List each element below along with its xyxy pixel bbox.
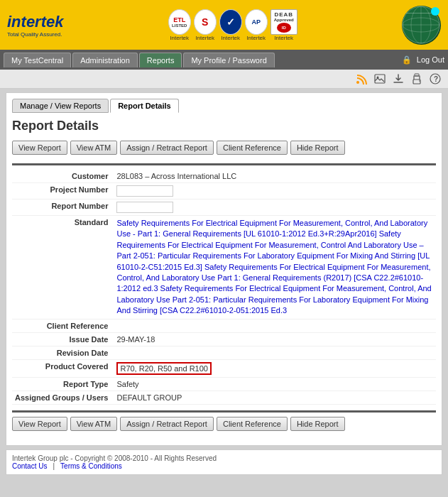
contact-us-link[interactable]: Contact Us xyxy=(12,462,47,470)
svg-point-11 xyxy=(419,80,420,82)
revision-date-value xyxy=(114,346,436,359)
report-details-form: Customer 28L083 – Across International L… xyxy=(12,170,436,405)
project-number-value xyxy=(114,183,436,200)
client-reference-row: Client Reference xyxy=(12,319,436,332)
tab-manage-view-reports[interactable]: Manage / View Reports xyxy=(12,99,109,113)
standard-text: Safety Requirements For Electrical Equip… xyxy=(116,218,433,317)
logout-button[interactable]: 🔒 Log Out xyxy=(402,55,444,65)
ap-cert: AP Intertek xyxy=(245,9,268,41)
svg-rect-7 xyxy=(375,75,385,83)
print-icon[interactable] xyxy=(410,72,424,85)
lock-icon: 🔒 xyxy=(402,55,412,65)
check-icon: ✓ xyxy=(219,9,242,35)
standard-value: Safety Requirements For Electrical Equip… xyxy=(114,216,436,320)
view-atm-button-top[interactable]: View ATM xyxy=(70,141,118,155)
standard-label: Standard xyxy=(12,216,114,320)
deab-cert: DEAB Approved ID Intertek xyxy=(271,9,297,41)
help-icon[interactable]: ? xyxy=(428,72,442,85)
customer-row: Customer 28L083 – Across International L… xyxy=(12,170,436,183)
toolbar: ? xyxy=(0,70,448,89)
deab-icon: DEAB Approved ID xyxy=(271,9,297,35)
standard-row: Standard Safety Requirements For Electri… xyxy=(12,216,436,320)
issue-date-row: Issue Date 29-MAY-18 xyxy=(12,332,436,346)
nav-reports[interactable]: Reports xyxy=(139,53,182,67)
action-buttons-top: View Report View ATM Assign / Retract Re… xyxy=(12,141,436,155)
revision-date-label: Revision Date xyxy=(12,346,114,359)
terms-conditions-link[interactable]: Terms & Conditions xyxy=(60,462,122,470)
hide-report-button-bottom[interactable]: Hide Report xyxy=(290,417,345,431)
customer-value: 28L083 – Across International LLC xyxy=(114,170,436,183)
etl-cert: ETL LISTED Intertek xyxy=(168,9,191,41)
cyan-indicator xyxy=(431,7,439,16)
download-icon[interactable] xyxy=(391,72,405,85)
section-separator-top xyxy=(12,163,436,165)
assigned-groups-row: Assigned Groups / Users DEFAULT GROUP xyxy=(12,390,436,404)
product-covered-text: R70, R20, R50 and R100 xyxy=(116,362,212,375)
assigned-groups-value: DEFAULT GROUP xyxy=(114,390,436,404)
footer-separator: | xyxy=(53,462,55,470)
client-reference-button-top[interactable]: Client Reference xyxy=(217,141,288,155)
report-type-label: Report Type xyxy=(12,377,114,390)
logo-text: intertek xyxy=(7,13,63,31)
rss-icon[interactable] xyxy=(354,72,368,85)
svg-point-6 xyxy=(356,81,359,84)
nav-my-testcentral[interactable]: My TestCentral xyxy=(4,53,71,67)
project-number-input[interactable] xyxy=(116,185,173,197)
report-number-row: Report Number xyxy=(12,200,436,216)
assign-retract-button-bottom[interactable]: Assign / Retract Report xyxy=(120,417,214,431)
image-icon[interactable] xyxy=(373,72,387,85)
view-atm-button-bottom[interactable]: View ATM xyxy=(70,417,118,431)
navbar: My TestCentral Administration Reports My… xyxy=(0,50,448,70)
project-number-row: Project Number xyxy=(12,183,436,200)
project-number-label: Project Number xyxy=(12,183,114,200)
report-type-value: Safety xyxy=(114,377,436,390)
product-covered-row: Product Covered R70, R20, R50 and R100 xyxy=(12,359,436,377)
section-separator-bottom xyxy=(12,410,436,413)
action-buttons-bottom: View Report View ATM Assign / Retract Re… xyxy=(12,417,436,431)
check-cert: ✓ Intertek xyxy=(219,9,242,41)
tabs: Manage / View Reports Report Details xyxy=(12,99,436,113)
svg-rect-9 xyxy=(413,80,420,84)
report-number-value xyxy=(114,200,436,216)
client-reference-value xyxy=(114,319,436,332)
footer: Intertek Group plc - Copyright © 2008-20… xyxy=(6,449,442,475)
logo: intertek Total Quality Assured. xyxy=(7,13,63,38)
tab-report-details[interactable]: Report Details xyxy=(110,99,179,113)
footer-links: Contact Us | Terms & Conditions xyxy=(12,462,436,470)
main-content: Manage / View Reports Report Details Rep… xyxy=(6,92,442,446)
revision-date-row: Revision Date xyxy=(12,346,436,359)
s-cert: S Intertek xyxy=(194,9,217,41)
globe-section xyxy=(402,6,441,45)
nav-administration[interactable]: Administration xyxy=(72,53,138,67)
product-covered-value: R70, R20, R50 and R100 xyxy=(114,359,436,377)
report-number-input[interactable] xyxy=(116,202,173,213)
client-reference-label: Client Reference xyxy=(12,319,114,332)
hide-report-button-top[interactable]: Hide Report xyxy=(290,141,345,155)
view-report-button-bottom[interactable]: View Report xyxy=(12,417,67,431)
assigned-groups-label: Assigned Groups / Users xyxy=(12,390,114,404)
svg-text:?: ? xyxy=(434,75,438,83)
ap-icon: AP xyxy=(245,9,268,35)
customer-label: Customer xyxy=(12,170,114,183)
page-title: Report Details xyxy=(12,119,436,133)
client-reference-button-bottom[interactable]: Client Reference xyxy=(217,417,288,431)
page-header: intertek Total Quality Assured. ETL LIST… xyxy=(0,0,448,50)
cert-icons: ETL LISTED Intertek S Intertek ✓ Interte… xyxy=(168,9,297,41)
assign-retract-button-top[interactable]: Assign / Retract Report xyxy=(120,141,214,155)
etl-icon: ETL LISTED xyxy=(168,9,191,35)
report-type-row: Report Type Safety xyxy=(12,377,436,390)
s-icon: S xyxy=(194,9,217,35)
report-number-label: Report Number xyxy=(12,200,114,216)
product-covered-label: Product Covered xyxy=(12,359,114,377)
issue-date-value: 29-MAY-18 xyxy=(114,332,436,346)
tagline: Total Quality Assured. xyxy=(7,31,63,38)
footer-copyright: Intertek Group plc - Copyright © 2008-20… xyxy=(12,454,436,462)
view-report-button-top[interactable]: View Report xyxy=(12,141,67,155)
issue-date-label: Issue Date xyxy=(12,332,114,346)
nav-profile-password[interactable]: My Profile / Password xyxy=(183,53,274,67)
svg-rect-10 xyxy=(415,74,419,76)
